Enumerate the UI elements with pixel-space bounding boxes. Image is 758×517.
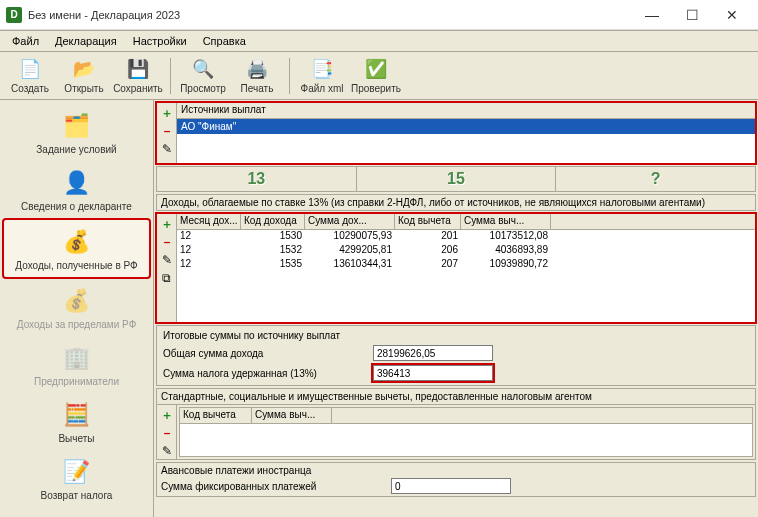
check-icon: ✅ [364,57,388,81]
income-grid-body: 12 1530 10290075,93 201 10173512,08 12 1… [177,230,755,322]
window-title: Без имени - Декларация 2023 [28,9,632,21]
source-row[interactable]: АО "Финам" [177,119,755,134]
close-button[interactable]: ✕ [712,1,752,29]
income-panel: ＋ － ✎ ⧉ Месяц дох... Код дохода Сумма до… [156,213,756,323]
cell: 206 [395,244,461,258]
separator [289,58,290,94]
total-income-label: Общая сумма дохода [163,348,363,359]
cell: 207 [395,258,461,272]
print-button[interactable]: 🖨️ Печать [231,54,283,98]
deductions-label: Вычеты [58,433,94,444]
app-icon: D [6,7,22,23]
income-body: Месяц дох... Код дохода Сумма дох... Код… [177,214,755,322]
deductions-icon: 🧮 [61,399,93,431]
deductions-toolbar: ＋ － ✎ [157,405,177,459]
income-abroad-icon: 💰 [61,285,93,317]
menubar: Файл Декларация Настройки Справка [0,30,758,52]
tax-withheld-input[interactable] [373,365,493,381]
cell: 201 [395,230,461,244]
maximize-button[interactable]: ☐ [672,1,712,29]
entrepreneurs-label: Предприниматели [34,376,119,387]
cell: 13610344,31 [305,258,395,272]
cell: 10939890,72 [461,258,551,272]
remove-deduction-button[interactable]: － [159,425,175,441]
edit-income-button[interactable]: ✎ [159,252,175,268]
rate-tab-13[interactable]: 13 [157,167,357,191]
open-button[interactable]: 📂 Открыть [58,54,110,98]
minimize-button[interactable]: — [632,1,672,29]
deductions-grid-header: Код вычета Сумма выч... [180,408,752,424]
cell: 10290075,93 [305,230,395,244]
rate-tab-15[interactable]: 15 [357,167,557,191]
cell: 1535 [241,258,305,272]
cell: 12 [177,230,241,244]
ded-col-sum[interactable]: Сумма выч... [252,408,332,423]
refund-icon: 📝 [61,456,93,488]
create-label: Создать [11,83,49,94]
check-label: Проверить [351,83,401,94]
menu-declaration[interactable]: Декларация [47,33,125,49]
remove-source-button[interactable]: － [159,123,175,139]
add-deduction-button[interactable]: ＋ [159,407,175,423]
print-icon: 🖨️ [245,57,269,81]
save-button[interactable]: 💾 Сохранить [112,54,164,98]
advance-title: Авансовые платежи иностранца [161,465,751,476]
menu-settings[interactable]: Настройки [125,33,195,49]
add-income-button[interactable]: ＋ [159,216,175,232]
sidebar-item-deductions[interactable]: 🧮 Вычеты [0,393,153,450]
sidebar-item-income-rf[interactable]: 💰 Доходы, полученные в РФ [2,218,151,279]
open-folder-icon: 📂 [72,57,96,81]
conditions-label: Задание условий [36,144,116,155]
income-row[interactable]: 12 1532 4299205,81 206 4036893,89 [177,244,755,258]
repeat-income-button[interactable]: ⧉ [159,270,175,286]
col-code[interactable]: Код дохода [241,214,305,229]
sidebar-item-entrepreneurs[interactable]: 🏢 Предприниматели [0,336,153,393]
rate-tabs: 13 15 ? [156,166,756,192]
declarant-label: Сведения о декларанте [21,201,132,212]
xml-icon: 📑 [310,57,334,81]
sidebar-item-income-abroad[interactable]: 💰 Доходы за пределами РФ [0,279,153,336]
sources-body: Источники выплат АО "Финам" [177,103,755,163]
preview-button[interactable]: 🔍 Просмотр [177,54,229,98]
cell: 4299205,81 [305,244,395,258]
cell: 10173512,08 [461,230,551,244]
menu-help[interactable]: Справка [195,33,254,49]
advance-fixed-input[interactable] [391,478,511,494]
edit-deduction-button[interactable]: ✎ [159,443,175,459]
col-month[interactable]: Месяц дох... [177,214,241,229]
menu-file[interactable]: Файл [4,33,47,49]
income-grid-header: Месяц дох... Код дохода Сумма дох... Код… [177,214,755,230]
separator [170,58,171,94]
xml-button[interactable]: 📑 Файл xml [296,54,348,98]
toolbar: 📄 Создать 📂 Открыть 💾 Сохранить 🔍 Просмо… [0,52,758,100]
cell: 1532 [241,244,305,258]
sidebar-item-conditions[interactable]: 🗂️ Задание условий [0,104,153,161]
agent-deductions-panel: Стандартные, социальные и имущественные … [156,388,756,460]
open-label: Открыть [64,83,103,94]
sidebar-item-declarant[interactable]: 👤 Сведения о декларанте [0,161,153,218]
income-row[interactable]: 12 1530 10290075,93 201 10173512,08 [177,230,755,244]
income-row[interactable]: 12 1535 13610344,31 207 10939890,72 [177,258,755,272]
add-source-button[interactable]: ＋ [159,105,175,121]
total-income-input[interactable] [373,345,493,361]
tax-withheld-row: Сумма налога удержанная (13%) [163,365,749,381]
create-button[interactable]: 📄 Создать [4,54,56,98]
cell: 12 [177,258,241,272]
check-button[interactable]: ✅ Проверить [350,54,402,98]
preview-icon: 🔍 [191,57,215,81]
advance-fixed-label: Сумма фиксированных платежей [161,481,381,492]
remove-income-button[interactable]: － [159,234,175,250]
titlebar: D Без имени - Декларация 2023 — ☐ ✕ [0,0,758,30]
col-sum[interactable]: Сумма дох... [305,214,395,229]
col-dedsum[interactable]: Сумма выч... [461,214,551,229]
ded-col-code[interactable]: Код вычета [180,408,252,423]
sources-header: Источники выплат [177,103,755,119]
income-abroad-label: Доходы за пределами РФ [17,319,136,330]
income-rf-icon: 💰 [61,226,93,258]
col-dedcode[interactable]: Код вычета [395,214,461,229]
rate-tab-help[interactable]: ? [556,167,755,191]
agent-deductions-title: Стандартные, социальные и имущественные … [157,389,755,405]
edit-source-button[interactable]: ✎ [159,141,175,157]
totals-panel: Итоговые суммы по источнику выплат Общая… [156,325,756,386]
sidebar-item-refund[interactable]: 📝 Возврат налога [0,450,153,507]
